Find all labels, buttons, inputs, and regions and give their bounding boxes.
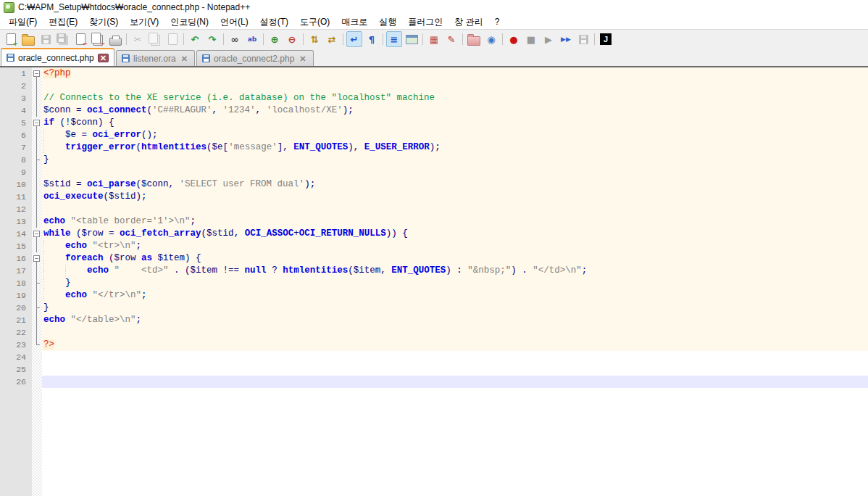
line-number[interactable]: 13: [0, 215, 32, 228]
code-line-3[interactable]: 3// Connects to the XE service (i.e. dat…: [0, 92, 868, 104]
fold-collapse-icon[interactable]: [32, 252, 42, 265]
line-number[interactable]: 14: [0, 228, 32, 240]
line-number[interactable]: 20: [0, 302, 32, 314]
code-line-18[interactable]: 18 }: [0, 277, 868, 289]
code-line-22[interactable]: 22: [0, 326, 868, 339]
tab-close-icon[interactable]: ✕: [98, 54, 109, 62]
code-text[interactable]: [42, 166, 868, 178]
line-number[interactable]: 16: [0, 252, 32, 265]
replace-icon[interactable]: ab: [244, 31, 260, 47]
code-line-4[interactable]: 4$conn = oci_connect('C##RLAGUR', '1234'…: [0, 104, 868, 117]
code-text[interactable]: [42, 351, 868, 363]
code-text[interactable]: echo "<table border='1'>\n";: [42, 215, 868, 228]
code-text[interactable]: while ($row = oci_fetch_array($stid, OCI…: [42, 228, 868, 240]
code-text[interactable]: $stid = oci_parse($conn, 'SELECT user FR…: [42, 178, 868, 191]
tab-listener.ora[interactable]: listener.ora✕: [116, 50, 195, 66]
menu-item-6[interactable]: 설정(T): [254, 15, 294, 30]
code-text[interactable]: echo " <td>" . ($item !== null ? htmlent…: [42, 265, 868, 277]
fold-collapse-icon[interactable]: [32, 67, 42, 80]
line-number[interactable]: 11: [0, 191, 32, 203]
fold-margin[interactable]: [32, 117, 42, 129]
jstool-plugin-icon[interactable]: J: [598, 31, 614, 47]
tab-oracle_connect2.php[interactable]: oracle_connect2.php✕: [196, 50, 314, 66]
line-number[interactable]: 17: [0, 265, 32, 277]
code-text[interactable]: if (!$conn) {: [42, 117, 868, 129]
code-line-13[interactable]: 13echo "<table border='1'>\n";: [0, 215, 868, 228]
line-number[interactable]: 9: [0, 166, 32, 178]
code-line-19[interactable]: 19 echo "</tr>\n";: [0, 289, 868, 302]
code-line-20[interactable]: 20}: [0, 302, 868, 314]
menu-item-0[interactable]: 파일(F): [3, 15, 43, 30]
code-line-11[interactable]: 11oci_execute($stid);: [0, 191, 868, 203]
show-all-characters-icon[interactable]: ¶: [364, 31, 380, 47]
code-text[interactable]: }: [42, 302, 868, 314]
sync-horizontal-scroll-icon[interactable]: ⇄: [324, 31, 340, 47]
code-line-23[interactable]: 23?>: [0, 339, 868, 351]
code-line-24[interactable]: 24: [0, 351, 868, 363]
line-number[interactable]: 1: [0, 67, 32, 80]
line-number[interactable]: 2: [0, 80, 32, 92]
code-text[interactable]: trigger_error(htmlentities($e['message']…: [42, 141, 868, 154]
fold-collapse-icon[interactable]: [32, 117, 42, 129]
word-wrap-icon[interactable]: ↵: [346, 31, 362, 47]
code-text[interactable]: }: [42, 154, 868, 166]
code-line-8[interactable]: 8}: [0, 154, 868, 166]
code-text[interactable]: $conn = oci_connect('C##RLAGUR', '1234',…: [42, 104, 868, 117]
tab-close-icon[interactable]: ✕: [180, 55, 189, 62]
code-text[interactable]: foreach ($row as $item) {: [42, 252, 868, 265]
line-number[interactable]: 15: [0, 240, 32, 252]
tab-close-icon[interactable]: ✕: [298, 55, 307, 62]
code-text[interactable]: ?>: [42, 339, 868, 351]
code-line-12[interactable]: 12: [0, 203, 868, 215]
menu-item-2[interactable]: 찾기(S): [83, 15, 124, 30]
line-number[interactable]: 7: [0, 141, 32, 154]
sync-vertical-scroll-icon[interactable]: ⇅: [306, 31, 322, 47]
menu-item-12[interactable]: ?: [489, 15, 506, 28]
line-number[interactable]: 19: [0, 289, 32, 302]
menu-item-1[interactable]: 편집(E): [43, 15, 83, 30]
menu-item-5[interactable]: 언어(L): [214, 15, 254, 30]
line-number[interactable]: 8: [0, 154, 32, 166]
code-line-25[interactable]: 25: [0, 363, 868, 376]
code-text[interactable]: echo "<tr>\n";: [42, 240, 868, 252]
folder-as-workspace-icon[interactable]: [466, 31, 482, 47]
code-text[interactable]: [42, 203, 868, 215]
line-number[interactable]: 12: [0, 203, 32, 215]
code-line-5[interactable]: 5if (!$conn) {: [0, 117, 868, 129]
line-number[interactable]: 23: [0, 339, 32, 351]
line-number[interactable]: 25: [0, 363, 32, 376]
menu-item-7[interactable]: 도구(O): [294, 15, 335, 30]
code-line-10[interactable]: 10$stid = oci_parse($conn, 'SELECT user …: [0, 178, 868, 191]
code-line-15[interactable]: 15 echo "<tr>\n";: [0, 240, 868, 252]
tab-oracle_connect.php[interactable]: oracle_connect.php✕: [1, 48, 114, 66]
monitoring-icon[interactable]: ◉: [483, 31, 499, 47]
line-number[interactable]: 4: [0, 104, 32, 117]
code-line-14[interactable]: 14while ($row = oci_fetch_array($stid, O…: [0, 228, 868, 240]
document-map-icon[interactable]: ▦: [426, 31, 442, 47]
fold-collapse-icon[interactable]: [32, 228, 42, 240]
line-number[interactable]: 5: [0, 117, 32, 129]
code-text[interactable]: echo "</table>\n";: [42, 314, 868, 326]
close-all-icon[interactable]: −: [90, 31, 106, 47]
code-text[interactable]: // Connects to the XE service (i.e. data…: [42, 92, 868, 104]
zoom-in-icon[interactable]: ⊕: [267, 31, 283, 47]
menu-item-8[interactable]: 매크로: [335, 15, 373, 30]
find-icon[interactable]: ∞: [227, 31, 243, 47]
menu-item-9[interactable]: 실행: [373, 15, 402, 30]
macro-play-icon[interactable]: ▶: [541, 31, 556, 47]
fold-margin[interactable]: [32, 228, 42, 240]
code-line-2[interactable]: 2: [0, 80, 868, 92]
line-number[interactable]: 24: [0, 351, 32, 363]
code-text[interactable]: }: [42, 277, 868, 289]
fold-margin[interactable]: [32, 252, 42, 265]
code-line-16[interactable]: 16 foreach ($row as $item) {: [0, 252, 868, 265]
user-define-dialog-icon[interactable]: [404, 31, 420, 47]
code-line-26[interactable]: 26: [0, 376, 868, 388]
code-text[interactable]: oci_execute($stid);: [42, 191, 868, 203]
macro-record-icon[interactable]: ●: [506, 31, 522, 47]
code-line-7[interactable]: 7 trigger_error(htmlentities($e['message…: [0, 141, 868, 154]
line-number[interactable]: 22: [0, 326, 32, 339]
line-number[interactable]: 18: [0, 277, 32, 289]
open-file-icon[interactable]: [20, 31, 36, 47]
line-number[interactable]: 21: [0, 314, 32, 326]
